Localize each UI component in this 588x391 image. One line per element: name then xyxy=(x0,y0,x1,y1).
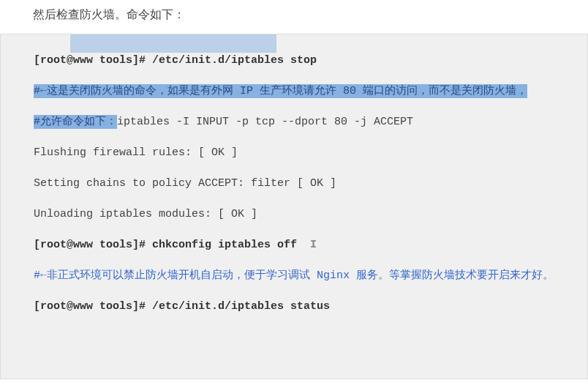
output-line-1: Flushing firewall rules: [ OK ] xyxy=(34,138,580,168)
output-line-3: Unloading iptables modules: [ OK ] xyxy=(34,199,580,230)
intro-text: 然后检查防火墙。命令如下： xyxy=(0,7,588,34)
prompt: [root@www tools]# xyxy=(34,300,152,313)
comment-line-1: #←这是关闭防火墙的命令，如果是有外网 IP 生产环境请允许 80 端口的访问，… xyxy=(34,76,580,107)
highlighted-comment: #←这是关闭防火墙的命令，如果是有外网 IP 生产环境请允许 80 端口的访问，… xyxy=(34,84,527,98)
prompt: [root@www tools]# xyxy=(34,239,152,251)
command-text: /etc/init.d/iptables status xyxy=(152,300,330,313)
command-line-2: [root@www tools]# chkconfig iptables off… xyxy=(34,230,580,261)
command-line-1: [root@www tools]# /etc/init.d/iptables s… xyxy=(34,45,580,76)
output-line-2: Setting chains to policy ACCEPT: filter … xyxy=(34,168,580,199)
command-suggestion: iptables -I INPUT -p tcp --dport 80 -j A… xyxy=(117,116,413,128)
command-line-3: [root@www tools]# /etc/init.d/iptables s… xyxy=(34,291,580,322)
comment-line-2: #允许命令如下：iptables -I INPUT -p tcp --dport… xyxy=(34,107,580,138)
command-text: /etc/init.d/iptables stop xyxy=(152,54,317,67)
command-text: chkconfig iptables off xyxy=(152,239,297,251)
code-block: [root@www tools]# /etc/init.d/iptables s… xyxy=(0,34,588,379)
highlighted-comment-prefix: #允许命令如下： xyxy=(34,115,117,129)
prompt: [root@www tools]# xyxy=(34,54,152,67)
text-cursor: I xyxy=(310,239,317,251)
comment-line-3: #←非正式环境可以禁止防火墙开机自启动，便于学习调试 Nginx 服务。等掌握防… xyxy=(34,261,580,291)
